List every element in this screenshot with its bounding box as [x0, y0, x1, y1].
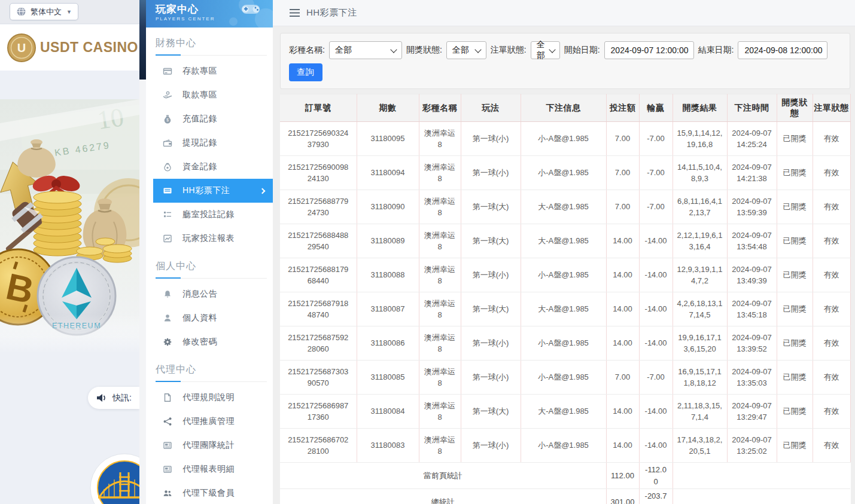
- top-language-bar: 繁体中文 ▼: [0, 0, 139, 24]
- bet-cell: 14.00: [606, 292, 639, 326]
- page-total-bet: 112.00: [606, 463, 639, 489]
- sidebar-item-label: 代理團隊統計: [182, 440, 235, 451]
- bet-cell: 31180084: [357, 395, 419, 429]
- search-button[interactable]: 查詢: [289, 63, 322, 81]
- page-total-row: 當前頁統計 112.00 -112.00: [280, 463, 850, 489]
- bet-cell: 已開獎: [777, 258, 813, 292]
- gear-icon: [163, 337, 172, 347]
- sidebar-item-change-password[interactable]: 修改密碼: [146, 330, 273, 354]
- bet-cell: -7.00: [639, 190, 673, 224]
- news-ticker[interactable]: 快訊:: [88, 387, 139, 409]
- bet-cell: 31180087: [357, 292, 419, 326]
- svg-text:U: U: [17, 41, 26, 54]
- bet-cell: 已開獎: [777, 224, 813, 258]
- bet-row: 215217256881796844031180088澳洲幸运8第一球(小)小-…: [280, 258, 850, 292]
- sidebar-item-hh-lottery-bets[interactable]: HH彩票下注: [153, 179, 273, 203]
- bet-cell: 31180090: [357, 190, 419, 224]
- bet-cell: 澳洲幸运8: [419, 429, 461, 463]
- bet-cell: 澳洲幸运8: [419, 395, 461, 429]
- sidebar-item-agent-rules[interactable]: 代理規則說明: [146, 386, 273, 410]
- filter-panel: 彩種名稱: 全部 開獎狀態: 全部 注單狀態: 全部 開始日期: 2024-09…: [280, 33, 850, 89]
- bet-row: 215217256869871736031180084澳洲幸运8第一球(大)大-…: [280, 395, 850, 429]
- bet-cell: 14,11,5,10,4,8,9,3: [673, 156, 727, 190]
- bet-cell: 有效: [813, 326, 850, 361]
- bet-cell: 14.00: [606, 224, 639, 258]
- section-title: 財務中心: [156, 37, 267, 56]
- bet-cell: 澳洲幸运8: [419, 122, 461, 156]
- bet-cell: 2152172568759228060: [280, 326, 357, 361]
- start-date-label: 開始日期:: [564, 45, 600, 56]
- bet-cell: 大-A盤@1.985: [521, 395, 606, 429]
- order-status-value: 全部: [537, 39, 545, 61]
- sidebar-item-label: 充值記錄: [182, 114, 217, 124]
- end-date-input[interactable]: 2024-09-08 12:00:00: [738, 41, 827, 59]
- sidebar-item-hall-bet-records[interactable]: 廳室投註記錄: [146, 203, 273, 227]
- globe-icon: [16, 7, 26, 17]
- language-selector[interactable]: 繁体中文 ▼: [10, 3, 78, 20]
- bet-row: 215217256873039057031180085澳洲幸运8第一球(小)小-…: [280, 361, 850, 395]
- bet-cell: 小-A盤@1.985: [521, 122, 606, 156]
- start-date-input[interactable]: 2024-09-07 12:00:00: [604, 41, 694, 59]
- col-win-loss: 輸贏: [639, 94, 673, 122]
- bet-cell: 小-A盤@1.985: [521, 326, 606, 361]
- sidebar-item-withdrawal-records[interactable]: 提現記錄: [146, 131, 273, 155]
- bet-cell: 澳洲幸运8: [419, 361, 461, 395]
- brand-logo[interactable]: U USDT CASINO: [0, 25, 139, 71]
- sidebar-section-agent: 代理中心 代理規則說明 代理推廣管理 代理團隊統計 代理報表明細: [146, 364, 273, 504]
- bet-cell: 小-A盤@1.985: [521, 258, 606, 292]
- sidebar-item-deposit[interactable]: 存款專區: [146, 59, 273, 83]
- sidebar-item-profile[interactable]: 個人資料: [146, 306, 273, 330]
- wallet-icon: [163, 138, 172, 148]
- bet-cell: 已開獎: [777, 326, 813, 361]
- bet-row: 215217256867022810031180083澳洲幸运8第一球(小)小-…: [280, 429, 850, 463]
- sidebar-item-agent-report-detail[interactable]: 代理報表明細: [146, 457, 273, 481]
- document-icon: [163, 393, 172, 402]
- sidebar-item-agent-team-stats[interactable]: 代理團隊統計: [146, 433, 273, 457]
- sidebar-item-label: 代理下級會員: [182, 488, 235, 499]
- order-status-select[interactable]: 全部: [531, 41, 560, 59]
- bet-cell: 大-A盤@1.985: [521, 190, 606, 224]
- bet-cell: 已開獎: [777, 361, 813, 395]
- col-lottery-name: 彩種名稱: [419, 94, 461, 122]
- bet-cell: 有效: [813, 156, 850, 190]
- sidebar-item-agent-promotion[interactable]: 代理推廣管理: [146, 410, 273, 433]
- bet-cell: -14.00: [639, 292, 673, 326]
- bets-table-body: 215217256903243793031180095澳洲幸运8第一球(小)小-…: [280, 122, 850, 463]
- grand-total-label: 總統計: [280, 489, 606, 504]
- draw-status-select[interactable]: 全部: [446, 41, 486, 59]
- col-bet-amount: 投注額: [606, 94, 639, 122]
- bet-cell: 7.00: [606, 190, 639, 224]
- bet-cell: 2024-09-07 13:29:47: [727, 395, 777, 429]
- sidebar-item-withdraw[interactable]: 取款專區: [146, 83, 273, 107]
- panel-edge-strip: [139, 0, 146, 80]
- speaker-icon: [96, 393, 108, 403]
- sidebar-item-announcements[interactable]: 消息公告: [146, 282, 273, 306]
- bet-row: 215217256903243793031180095澳洲幸运8第一球(小)小-…: [280, 122, 850, 156]
- sidebar-item-label: 玩家投注報表: [182, 233, 235, 244]
- bet-row: 215217256875922806031180086澳洲幸运8第一球(小)小-…: [280, 326, 850, 361]
- bet-cell: 31180089: [357, 224, 419, 258]
- bet-cell: -14.00: [639, 395, 673, 429]
- bet-cell: 有效: [813, 190, 850, 224]
- page-total-win: -112.00: [639, 463, 673, 489]
- page-total-empty: [673, 463, 850, 489]
- sidebar-item-funds-records[interactable]: 資金記錄: [146, 155, 273, 179]
- bet-cell: 有效: [813, 292, 850, 326]
- bet-row: 215217256900982413031180094澳洲幸运8第一球(小)小-…: [280, 156, 850, 190]
- bets-table: 訂單號 期數 彩種名稱 玩法 下注信息 投注額 輸贏 開獎結果 下注時間 開獎狀…: [280, 94, 851, 504]
- end-date-label: 結束日期:: [698, 45, 734, 56]
- bet-row: 215217256879184874031180087澳洲幸运8第一球(大)大-…: [280, 292, 850, 326]
- sidebar-item-player-bet-report[interactable]: 玩家投注報表: [146, 227, 273, 251]
- bet-cell: 17,14,3,18,2,20,5,1: [673, 429, 727, 463]
- bet-cell: 16,9,15,17,11,8,18,12: [673, 361, 727, 395]
- hamburger-icon[interactable]: [290, 9, 300, 17]
- bet-cell: 2152172569032437930: [280, 122, 357, 156]
- bet-cell: 已開獎: [777, 156, 813, 190]
- section-title: 個人中心: [156, 260, 267, 279]
- bet-cell: -14.00: [639, 224, 673, 258]
- sidebar-item-recharge-records[interactable]: $ 充值記錄: [146, 107, 273, 131]
- bet-cell: 第一球(小): [461, 258, 521, 292]
- sidebar-item-agent-downline-members[interactable]: 代理下級會員: [146, 481, 273, 504]
- lottery-name-select[interactable]: 全部: [329, 41, 402, 59]
- draw-status-label: 開獎狀態:: [406, 45, 442, 56]
